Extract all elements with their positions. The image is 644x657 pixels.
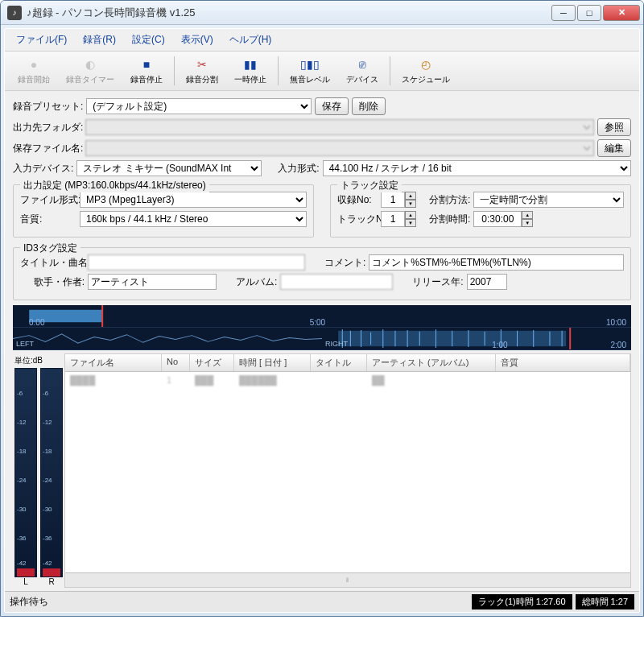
col-title[interactable]: タイトル [311, 354, 367, 371]
time-1b: 1:00 [492, 341, 507, 349]
filetype-select[interactable]: MP3 (Mpeg1Layer3) [80, 192, 307, 208]
window-title: ♪超録 - パソコン長時間録音機 v1.25 [27, 6, 551, 20]
tool-split[interactable]: ✂ 録音分割 [178, 55, 226, 87]
album-label: アルバム: [236, 275, 277, 289]
trackno-label: トラックNo: [337, 213, 378, 226]
maximize-button[interactable]: □ [577, 5, 601, 21]
time-10: 10:00 [606, 318, 626, 327]
filetype-label: ファイル形式: [20, 193, 76, 207]
menu-settings[interactable]: 設定(C) [124, 31, 173, 49]
col-time-date[interactable]: 時間 [ 日付 ] [234, 354, 311, 371]
separator [174, 56, 175, 85]
split-icon: ✂ [194, 56, 210, 72]
app-icon: ♪ [7, 6, 22, 20]
col-filename[interactable]: ファイル名 [65, 354, 162, 371]
tool-pause[interactable]: ▮▮ 一時停止 [226, 55, 275, 87]
tool-rec-timer: ◐ 録音タイマー [58, 55, 122, 87]
filename-select[interactable] [85, 140, 594, 156]
edit-button[interactable]: 編集 [597, 139, 631, 157]
splittime-spinner[interactable]: ▲▼ [473, 211, 533, 227]
list-body[interactable]: ████ 1 ███ ██████ ██ [65, 372, 630, 572]
comment-input[interactable] [369, 254, 624, 271]
preset-select[interactable]: (デフォルト設定) [86, 98, 312, 114]
split-method-label: 分割方法: [429, 193, 470, 207]
track-settings-title: トラック設定 [337, 179, 402, 192]
output-folder-label: 出力先フォルダ: [13, 121, 82, 134]
tool-device[interactable]: ⎚ デバイス [338, 55, 386, 87]
id3-group: ID3タグ設定 タイトル・曲名: コメント: 歌手・作者: アルバム: リリース… [13, 247, 631, 300]
meter-left: -6 -12 -18 -24 -30 -36 -42 [14, 368, 37, 577]
menu-help[interactable]: ヘルプ(H) [221, 31, 280, 49]
meter-r-label: R [40, 577, 63, 586]
statusbar: 操作待ち ラック(1)時間 1:27.60 総時間 1:27 [5, 591, 639, 612]
levels-icon: ▯▮▯ [302, 56, 318, 72]
horizontal-scrollbar[interactable]: ⦀ [65, 572, 630, 587]
song-title-input[interactable] [88, 254, 305, 271]
device-icon: ⎚ [354, 56, 370, 72]
tool-rec-stop[interactable]: ■ 録音停止 [122, 55, 171, 87]
menu-record[interactable]: 録音(R) [75, 31, 124, 49]
output-settings-group: 出力設定 (MP3:160.0kbps/44.1kHz/stereo) ファイル… [13, 184, 314, 238]
album-input[interactable] [280, 274, 393, 290]
input-format-select[interactable]: 44.100 Hz / ステレオ / 16 bit [323, 160, 631, 176]
preset-delete-button[interactable]: 削除 [352, 97, 386, 115]
status-text: 操作待ち [10, 595, 469, 609]
input-device-select[interactable]: ステレオ ミキサー (SoundMAX Int [76, 160, 262, 176]
splittime-label: 分割時間: [429, 213, 470, 226]
quality-select[interactable]: 160k bps / 44.1 kHz / Stereo [80, 211, 307, 227]
app-window: ♪ ♪超録 - パソコン長時間録音機 v1.25 ─ □ ✕ ファイル(F) 録… [0, 0, 644, 617]
waveform-right[interactable]: RIGHT 1:00 2:00 [322, 328, 631, 350]
trackno-spinner[interactable]: ▲▼ [381, 211, 416, 227]
year-input[interactable] [467, 274, 507, 290]
artist-input[interactable] [88, 274, 217, 290]
output-folder-select[interactable] [85, 119, 594, 135]
separator [390, 56, 390, 85]
right-channel-label: RIGHT [325, 340, 348, 348]
menubar: ファイル(F) 録音(R) 設定(C) 表示(V) ヘルプ(H) [5, 29, 639, 52]
tool-silence-level[interactable]: ▯▮▯ 無音レベル [282, 55, 338, 87]
col-no[interactable]: No [162, 354, 190, 371]
preset-save-button[interactable]: 保存 [315, 97, 349, 115]
split-method-select[interactable]: 一定時間で分割 [473, 192, 624, 208]
waveform-overview[interactable]: 0:00 5:00 10:00 [13, 305, 631, 328]
year-label: リリース年: [412, 275, 463, 289]
col-size[interactable]: サイズ [190, 354, 234, 371]
meter-right: -6 -12 -18 -24 -30 -36 -42 [40, 368, 63, 577]
song-title-label: タイトル・曲名: [20, 256, 85, 270]
left-channel-label: LEFT [16, 340, 34, 348]
minimize-button[interactable]: ─ [551, 5, 576, 21]
filename-label: 保存ファイル名: [13, 142, 82, 155]
output-settings-title: 出力設定 (MP3:160.0kbps/44.1kHz/stereo) [20, 179, 209, 192]
time-0: 0:00 [29, 318, 44, 327]
close-button[interactable]: ✕ [603, 5, 640, 21]
meter-l-label: L [14, 577, 37, 586]
id3-title: ID3タグ設定 [20, 242, 80, 255]
toolbar: ● 録音開始 ◐ 録音タイマー ■ 録音停止 ✂ 録音分割 ▮▮ 一時停止 [5, 52, 639, 91]
waveform-area: 0:00 5:00 10:00 LEFT [13, 305, 631, 350]
meter-panel: 単位:dB -6 -12 -18 -24 -30 -36 -42 [13, 353, 64, 588]
browse-button[interactable]: 参照 [597, 118, 631, 136]
col-artist-album[interactable]: アーティスト (アルバム) [367, 354, 496, 371]
file-list: ファイル名 No サイズ 時間 [ 日付 ] タイトル アーティスト (アルバム… [64, 353, 631, 588]
pause-icon: ▮▮ [242, 56, 258, 72]
meter-unit-label: 単位:dB [14, 355, 63, 366]
list-row[interactable]: ████ 1 ███ ██████ ██ [65, 372, 630, 388]
comment-label: コメント: [324, 256, 365, 270]
menu-file[interactable]: ファイル(F) [8, 31, 75, 49]
menu-view[interactable]: 表示(V) [173, 31, 221, 49]
input-device-label: 入力デバイス: [13, 162, 73, 176]
track-time-display: ラック(1)時間 1:27.60 [472, 594, 572, 609]
quality-label: 音質: [20, 213, 76, 226]
separator [278, 56, 279, 85]
total-time-display: 総時間 1:27 [576, 594, 634, 609]
stop-icon: ■ [138, 56, 155, 72]
timer-icon: ◐ [82, 56, 98, 72]
recno-spinner[interactable]: ▲▼ [381, 192, 416, 208]
waveform-left[interactable]: LEFT [13, 328, 322, 350]
track-settings-group: トラック設定 収録No: ▲▼ 分割方法: 一定時間で分割 トラックNo: ▲▼… [330, 184, 631, 238]
record-icon: ● [26, 56, 42, 72]
col-quality[interactable]: 音質 [496, 354, 630, 371]
tool-schedule[interactable]: ◴ スケジュール [394, 55, 458, 87]
tool-rec-start: ● 録音開始 [10, 55, 58, 87]
titlebar[interactable]: ♪ ♪超録 - パソコン長時間録音機 v1.25 ─ □ ✕ [1, 1, 643, 25]
